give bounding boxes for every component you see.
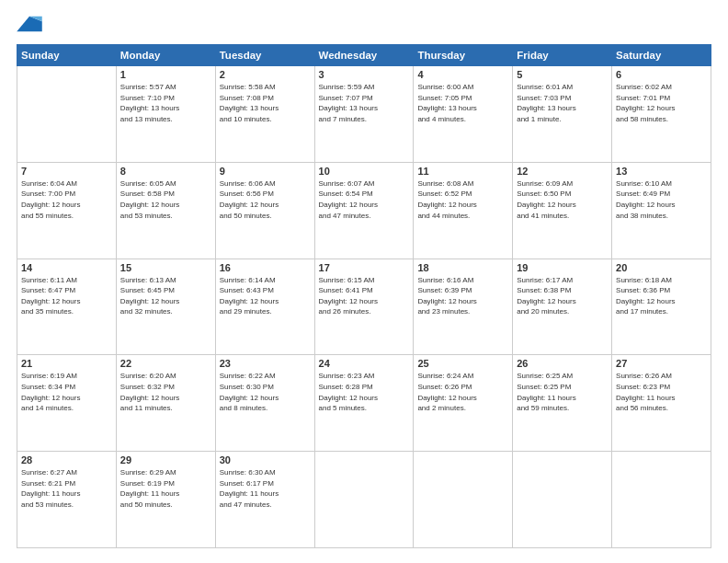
calendar-table: SundayMondayTuesdayWednesdayThursdayFrid… — [17, 44, 711, 548]
day-number: 9 — [220, 166, 311, 177]
day-cell: 17Sunrise: 6:15 AM Sunset: 6:41 PM Dayli… — [314, 259, 414, 355]
day-cell: 9Sunrise: 6:06 AM Sunset: 6:56 PM Daylig… — [215, 162, 314, 259]
day-number: 14 — [21, 262, 112, 273]
day-number: 3 — [319, 69, 410, 80]
day-cell: 24Sunrise: 6:23 AM Sunset: 6:28 PM Dayli… — [314, 355, 414, 452]
day-cell: 20Sunrise: 6:18 AM Sunset: 6:36 PM Dayli… — [612, 259, 711, 355]
weekday-saturday: Saturday — [612, 45, 711, 66]
day-number: 13 — [616, 166, 707, 177]
day-number: 22 — [120, 358, 211, 369]
day-cell — [513, 452, 612, 548]
day-cell: 7Sunrise: 6:04 AM Sunset: 7:00 PM Daylig… — [17, 162, 117, 259]
day-info: Sunrise: 6:10 AM Sunset: 6:49 PM Dayligh… — [616, 178, 707, 221]
weekday-wednesday: Wednesday — [314, 45, 414, 66]
day-cell: 15Sunrise: 6:13 AM Sunset: 6:45 PM Dayli… — [116, 259, 215, 355]
day-cell: 30Sunrise: 6:30 AM Sunset: 6:17 PM Dayli… — [215, 452, 314, 548]
day-number: 26 — [517, 358, 608, 369]
day-number: 5 — [517, 69, 608, 80]
day-info: Sunrise: 5:58 AM Sunset: 7:08 PM Dayligh… — [220, 82, 311, 124]
day-number: 12 — [517, 166, 608, 177]
day-cell: 22Sunrise: 6:20 AM Sunset: 6:32 PM Dayli… — [116, 355, 215, 452]
day-info: Sunrise: 6:01 AM Sunset: 7:03 PM Dayligh… — [517, 82, 608, 124]
day-number: 7 — [21, 166, 112, 177]
day-number: 18 — [417, 262, 508, 273]
weekday-monday: Monday — [116, 45, 215, 66]
day-cell: 3Sunrise: 5:59 AM Sunset: 7:07 PM Daylig… — [314, 66, 414, 163]
week-row-5: 28Sunrise: 6:27 AM Sunset: 6:21 PM Dayli… — [17, 452, 711, 548]
day-info: Sunrise: 6:04 AM Sunset: 7:00 PM Dayligh… — [21, 178, 112, 221]
weekday-friday: Friday — [513, 45, 612, 66]
weekday-thursday: Thursday — [414, 45, 513, 66]
day-info: Sunrise: 6:13 AM Sunset: 6:45 PM Dayligh… — [120, 275, 211, 317]
day-info: Sunrise: 6:02 AM Sunset: 7:01 PM Dayligh… — [616, 82, 707, 124]
day-number: 20 — [616, 262, 707, 273]
day-info: Sunrise: 6:26 AM Sunset: 6:23 PM Dayligh… — [616, 371, 707, 413]
day-info: Sunrise: 6:24 AM Sunset: 6:26 PM Dayligh… — [417, 371, 508, 413]
day-info: Sunrise: 5:59 AM Sunset: 7:07 PM Dayligh… — [319, 82, 410, 124]
week-row-4: 21Sunrise: 6:19 AM Sunset: 6:34 PM Dayli… — [17, 355, 711, 452]
day-cell: 19Sunrise: 6:17 AM Sunset: 6:38 PM Dayli… — [513, 259, 612, 355]
day-cell — [314, 452, 414, 548]
day-cell: 26Sunrise: 6:25 AM Sunset: 6:25 PM Dayli… — [513, 355, 612, 452]
day-number: 28 — [21, 454, 112, 465]
day-info: Sunrise: 6:17 AM Sunset: 6:38 PM Dayligh… — [517, 275, 608, 317]
day-info: Sunrise: 6:08 AM Sunset: 6:52 PM Dayligh… — [417, 178, 508, 221]
day-info: Sunrise: 6:29 AM Sunset: 6:19 PM Dayligh… — [120, 467, 211, 510]
day-info: Sunrise: 5:57 AM Sunset: 7:10 PM Dayligh… — [120, 82, 211, 124]
day-number: 23 — [220, 358, 311, 369]
weekday-header-row: SundayMondayTuesdayWednesdayThursdayFrid… — [17, 45, 711, 66]
day-info: Sunrise: 6:30 AM Sunset: 6:17 PM Dayligh… — [220, 467, 311, 510]
day-info: Sunrise: 6:15 AM Sunset: 6:41 PM Dayligh… — [319, 275, 410, 317]
header — [17, 15, 711, 35]
day-number: 11 — [417, 166, 508, 177]
day-number: 19 — [517, 262, 608, 273]
day-cell: 13Sunrise: 6:10 AM Sunset: 6:49 PM Dayli… — [612, 162, 711, 259]
day-cell: 12Sunrise: 6:09 AM Sunset: 6:50 PM Dayli… — [513, 162, 612, 259]
day-info: Sunrise: 6:16 AM Sunset: 6:39 PM Dayligh… — [417, 275, 508, 317]
logo — [17, 15, 44, 35]
day-number: 6 — [616, 69, 707, 80]
day-cell: 5Sunrise: 6:01 AM Sunset: 7:03 PM Daylig… — [513, 66, 612, 163]
day-cell: 11Sunrise: 6:08 AM Sunset: 6:52 PM Dayli… — [414, 162, 513, 259]
day-info: Sunrise: 6:00 AM Sunset: 7:05 PM Dayligh… — [417, 82, 508, 124]
day-number: 30 — [220, 454, 311, 465]
day-number: 2 — [220, 69, 311, 80]
week-row-2: 7Sunrise: 6:04 AM Sunset: 7:00 PM Daylig… — [17, 162, 711, 259]
day-cell: 4Sunrise: 6:00 AM Sunset: 7:05 PM Daylig… — [414, 66, 513, 163]
week-row-3: 14Sunrise: 6:11 AM Sunset: 6:47 PM Dayli… — [17, 259, 711, 355]
day-cell: 21Sunrise: 6:19 AM Sunset: 6:34 PM Dayli… — [17, 355, 117, 452]
day-cell — [17, 66, 117, 163]
day-cell: 6Sunrise: 6:02 AM Sunset: 7:01 PM Daylig… — [612, 66, 711, 163]
day-cell: 8Sunrise: 6:05 AM Sunset: 6:58 PM Daylig… — [116, 162, 215, 259]
day-cell: 29Sunrise: 6:29 AM Sunset: 6:19 PM Dayli… — [116, 452, 215, 548]
day-cell: 28Sunrise: 6:27 AM Sunset: 6:21 PM Dayli… — [17, 452, 117, 548]
day-info: Sunrise: 6:25 AM Sunset: 6:25 PM Dayligh… — [517, 371, 608, 413]
day-info: Sunrise: 6:19 AM Sunset: 6:34 PM Dayligh… — [21, 371, 112, 413]
day-number: 24 — [319, 358, 410, 369]
day-number: 21 — [21, 358, 112, 369]
day-number: 15 — [120, 262, 211, 273]
day-cell: 18Sunrise: 6:16 AM Sunset: 6:39 PM Dayli… — [414, 259, 513, 355]
day-number: 29 — [120, 454, 211, 465]
day-cell: 10Sunrise: 6:07 AM Sunset: 6:54 PM Dayli… — [314, 162, 414, 259]
day-info: Sunrise: 6:07 AM Sunset: 6:54 PM Dayligh… — [319, 178, 410, 221]
logo-icon — [17, 15, 42, 35]
day-cell: 23Sunrise: 6:22 AM Sunset: 6:30 PM Dayli… — [215, 355, 314, 452]
day-info: Sunrise: 6:09 AM Sunset: 6:50 PM Dayligh… — [517, 178, 608, 221]
day-number: 25 — [417, 358, 508, 369]
day-number: 17 — [319, 262, 410, 273]
day-info: Sunrise: 6:05 AM Sunset: 6:58 PM Dayligh… — [120, 178, 211, 221]
day-info: Sunrise: 6:20 AM Sunset: 6:32 PM Dayligh… — [120, 371, 211, 413]
calendar-page: SundayMondayTuesdayWednesdayThursdayFrid… — [0, 0, 728, 563]
day-number: 10 — [319, 166, 410, 177]
weekday-tuesday: Tuesday — [215, 45, 314, 66]
day-cell: 1Sunrise: 5:57 AM Sunset: 7:10 PM Daylig… — [116, 66, 215, 163]
day-info: Sunrise: 6:06 AM Sunset: 6:56 PM Dayligh… — [220, 178, 311, 221]
weekday-sunday: Sunday — [17, 45, 117, 66]
day-info: Sunrise: 6:22 AM Sunset: 6:30 PM Dayligh… — [220, 371, 311, 413]
day-number: 16 — [220, 262, 311, 273]
day-number: 1 — [120, 69, 211, 80]
day-cell: 25Sunrise: 6:24 AM Sunset: 6:26 PM Dayli… — [414, 355, 513, 452]
day-cell: 14Sunrise: 6:11 AM Sunset: 6:47 PM Dayli… — [17, 259, 117, 355]
day-info: Sunrise: 6:11 AM Sunset: 6:47 PM Dayligh… — [21, 275, 112, 317]
